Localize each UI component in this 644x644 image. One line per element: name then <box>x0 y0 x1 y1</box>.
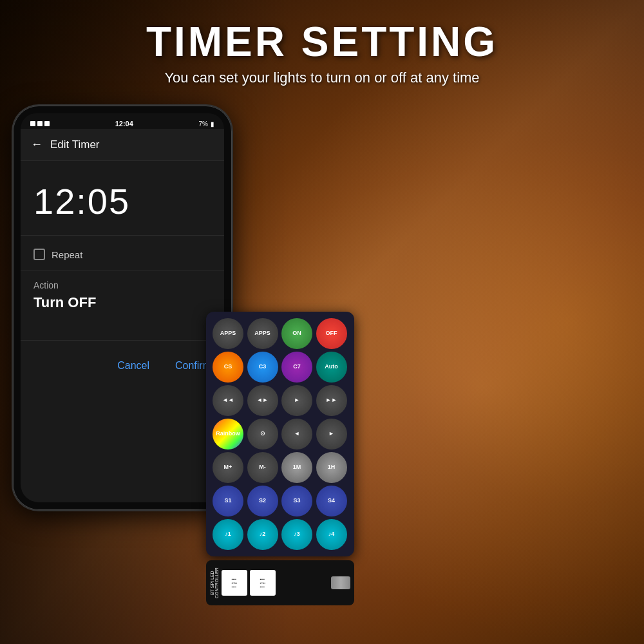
remote-button-3[interactable]: OFF <box>316 318 347 349</box>
status-bar: 12:04 7% ▮ <box>30 118 214 129</box>
remote-button-18[interactable]: 1M <box>281 452 312 483</box>
phone-mockup: 12:04 7% ▮ ← Edit Timer 12:05 <box>13 106 232 510</box>
remote-button-5[interactable]: C3 <box>247 352 278 383</box>
remote-button-15[interactable]: ► <box>316 419 347 450</box>
status-bar-area: 12:04 7% ▮ <box>21 113 224 129</box>
remote-button-25[interactable]: ♪2 <box>247 519 278 550</box>
dialog-buttons: Cancel Confirm <box>21 340 224 384</box>
back-button[interactable]: ← <box>31 138 43 151</box>
status-time: 12:04 <box>115 120 133 128</box>
battery-percent: 7% <box>199 120 208 128</box>
remote-button-26[interactable]: ♪3 <box>281 519 312 550</box>
cancel-button[interactable]: Cancel <box>117 360 149 372</box>
controller-label: BT SPI LED CONTROLLER <box>210 564 219 601</box>
phone-outer: 12:04 7% ▮ ← Edit Timer 12:05 <box>13 106 232 510</box>
signal-bars-icon <box>44 121 50 126</box>
remote-button-4[interactable]: CS <box>213 352 243 383</box>
remote-button-16[interactable]: M+ <box>213 452 243 483</box>
repeat-section[interactable]: Repeat <box>21 235 224 270</box>
remote-button-12[interactable]: Rainbow <box>213 419 243 450</box>
qr-code-2: ▪▪▪▪▪□▪▪▪▪▪▪ <box>250 570 276 596</box>
remote-button-1[interactable]: APPS <box>247 318 278 349</box>
remote-button-9[interactable]: ◄► <box>247 385 278 416</box>
timer-time-value[interactable]: 12:05 <box>33 180 211 222</box>
status-icons-left <box>30 121 50 126</box>
controller-dongle: BT SPI LED CONTROLLER ▪▪▪▪▪□▪▪▪▪▪▪ ▪▪▪▪▪… <box>206 560 354 605</box>
action-label: Action <box>33 280 211 290</box>
status-icons-right: 7% ▮ <box>199 120 214 128</box>
remote-button-2[interactable]: ON <box>281 318 312 349</box>
remote-button-10[interactable]: ► <box>281 385 312 416</box>
remote-button-6[interactable]: C7 <box>281 352 312 383</box>
remote-button-14[interactable]: ◄ <box>281 419 312 450</box>
page-subtitle: You can set your lights to turn on or of… <box>13 70 631 86</box>
battery-icon: ▮ <box>211 120 214 128</box>
screen-title: Edit Timer <box>50 138 100 151</box>
remote-control: APPSAPPSONOFFCSC3C7Auto◄◄◄►►►►Rainbow⊙◄►… <box>206 312 354 605</box>
remote-button-21[interactable]: S2 <box>247 486 278 516</box>
qr-code-1: ▪▪▪▪▪□▪▪▪▪▪▪ <box>222 570 247 596</box>
qr-inner-2: ▪▪▪▪▪□▪▪▪▪▪▪ <box>260 577 265 589</box>
remote-button-7[interactable]: Auto <box>316 352 347 383</box>
remote-button-13[interactable]: ⊙ <box>247 419 278 450</box>
top-section: TIMER SETTING You can set your lights to… <box>0 0 644 99</box>
app-header: ← Edit Timer <box>21 129 224 161</box>
remote-button-8[interactable]: ◄◄ <box>213 385 243 416</box>
action-value[interactable]: Turn OFF <box>33 294 211 311</box>
remote-button-22[interactable]: S3 <box>281 486 312 516</box>
signal-icon <box>30 121 35 126</box>
page-title: TIMER SETTING <box>13 19 631 64</box>
wifi-icon <box>37 121 43 126</box>
remote-button-17[interactable]: M- <box>247 452 278 483</box>
remote-button-19[interactable]: 1H <box>316 452 347 483</box>
phone-screen: ← Edit Timer 12:05 Repeat Action Turn OF… <box>21 129 224 502</box>
remote-button-11[interactable]: ►► <box>316 385 347 416</box>
remote-button-24[interactable]: ♪1 <box>213 519 243 550</box>
qr-inner-1: ▪▪▪▪▪□▪▪▪▪▪▪ <box>232 577 237 589</box>
remote-body: APPSAPPSONOFFCSC3C7Auto◄◄◄►►►►Rainbow⊙◄►… <box>206 312 354 556</box>
remote-button-27[interactable]: ♪4 <box>316 519 347 550</box>
action-section: Action Turn OFF <box>21 270 224 321</box>
usb-connector <box>331 576 350 589</box>
repeat-label: Repeat <box>52 249 82 260</box>
remote-button-0[interactable]: APPS <box>213 318 243 349</box>
timer-display: 12:05 <box>21 161 224 235</box>
remote-button-20[interactable]: S1 <box>213 486 243 516</box>
remote-button-23[interactable]: S4 <box>316 486 347 516</box>
remote-button-grid: APPSAPPSONOFFCSC3C7Auto◄◄◄►►►►Rainbow⊙◄►… <box>213 318 348 550</box>
repeat-checkbox[interactable] <box>33 249 45 260</box>
